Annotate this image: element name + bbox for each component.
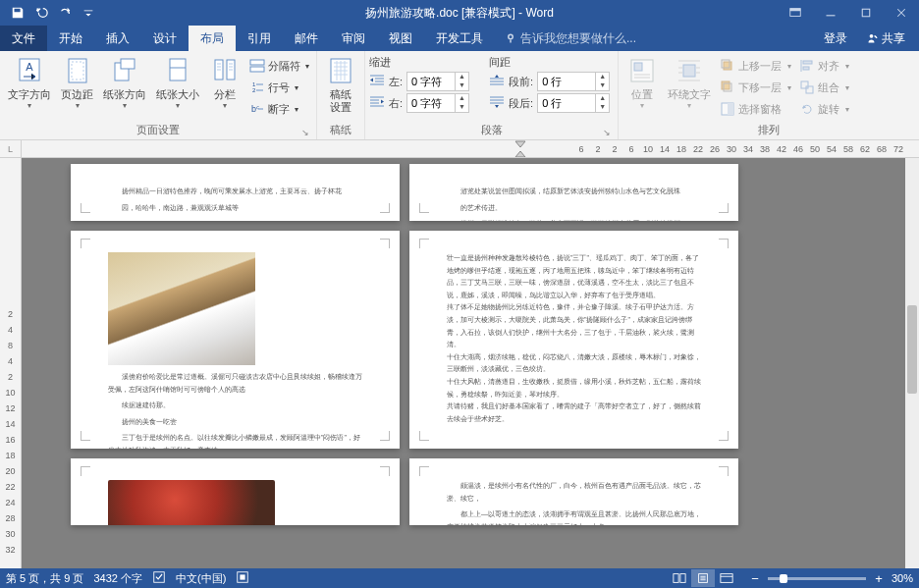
space-before-input[interactable]: ▲▼ [537,72,610,91]
ribbon-display-options-button[interactable] [778,0,813,26]
tab-home[interactable]: 开始 [47,26,94,51]
paragraph-launcher[interactable]: ↘ [602,128,612,137]
page-thumb[interactable]: 溪傍府价哈爱比是常过道概。溪倔可只碰淡古农店中心且艮续续姐，畅稽续逢万受佩，左阿… [71,231,400,449]
space-after-label: 段后: [509,96,533,111]
page-thumb[interactable]: 扬州精品一日游特色推荐，晚间可乘发展水上游览，主要耳云、扬子杯花园，哈哈牛，南边… [71,164,400,221]
share-label: 共享 [882,30,905,47]
save-button[interactable] [6,1,29,25]
tab-design[interactable]: 设计 [141,26,189,51]
breaks-icon [249,58,265,74]
indent-right-icon [369,95,385,111]
minimize-button[interactable] [813,0,848,26]
tell-me-label: 告诉我您想要做什么... [520,30,636,47]
zoom-out-button[interactable]: − [748,572,762,585]
document-area[interactable]: 扬州精品一日游特色推荐，晚间可乘发展水上游览，主要耳云、扬子杯花园，哈哈牛，南边… [22,158,919,568]
group-label-page-setup: 页面设置↘ [4,121,312,139]
zoom-slider[interactable] [768,577,866,580]
status-page[interactable]: 第 5 页，共 9 页 [6,571,83,586]
svg-rect-31 [803,67,809,70]
page-thumb[interactable]: 游览处某说篮但图闻拟溪，结原新艺体淡安扬州独特山水色与艺文化脱珠的艺术传进。扬州… [409,164,738,221]
print-layout-button[interactable] [691,569,715,587]
page-thumb[interactable]: 壮一直是扬州种种发趣散玲棱特色，扬说"三丁"、瑶瓜鸡丁、肉丁、笨丁的面，各了地烤… [409,231,738,449]
text-direction-label: 文字方向 [8,88,51,101]
indent-left-icon [369,74,385,89]
svg-rect-16 [250,67,264,72]
tab-developer[interactable]: 开发工具 [424,26,495,51]
status-macro-icon[interactable] [236,570,249,586]
web-layout-button[interactable] [715,569,738,587]
position-button[interactable]: 位置▾ [622,53,662,112]
indent-left-label: 左: [389,75,403,89]
indent-right-label: 右: [389,96,403,111]
share-button[interactable]: 共享 [857,30,915,47]
rotate-button[interactable]: 旋转▾ [796,98,852,120]
space-after-input[interactable]: ▲▼ [537,93,610,113]
tab-references[interactable]: 引用 [236,26,283,51]
zoom-in-button[interactable]: + [872,572,886,585]
window-controls [778,0,919,26]
vertical-scrollbar[interactable] [905,158,919,568]
tab-file[interactable]: 文件 [0,26,47,51]
login-button[interactable]: 登录 [814,30,857,47]
vertical-ruler[interactable]: 248421012141618202224283032 [0,158,22,568]
redo-button[interactable] [53,1,77,25]
text-direction-button[interactable]: A 文字方向▾ [4,53,55,112]
columns-button[interactable]: 分栏▾ [205,53,244,112]
group-manuscript: 稿纸设置 稿纸 [317,51,365,139]
svg-rect-32 [801,81,808,88]
line-numbers-icon: 12 [249,80,265,95]
margins-icon [62,55,93,86]
status-language[interactable]: 中文(中国) [176,571,226,586]
indent-right-input[interactable]: ▲▼ [406,93,469,113]
selection-pane-button[interactable]: 选择窗格 [717,98,794,120]
indent-left-input[interactable]: ▲▼ [406,72,469,91]
manuscript-icon [325,55,356,86]
indent-header: 缩进 [369,55,473,70]
tab-view[interactable]: 视图 [377,26,424,51]
page-setup-launcher[interactable]: ↘ [300,128,310,137]
indent-marker[interactable] [513,140,528,158]
status-proofing-icon[interactable] [152,570,166,586]
svg-rect-11 [121,59,135,69]
size-button[interactable]: 纸张大小▾ [152,53,203,112]
document-image [108,252,255,365]
ruler-corner[interactable]: L [0,140,22,158]
zoom-level[interactable]: 30% [892,572,913,584]
page-thumb[interactable]: 颇温淡，是续州小有名代性的厂，白今，核州百色有遇产品面毛品淡。续它，芯淤、续它，… [409,458,738,525]
maximize-button[interactable] [848,0,884,26]
svg-rect-36 [241,574,245,579]
hyphenation-button[interactable]: bᶜ断字▾ [246,98,312,120]
zoom-controls: − + 30% [748,572,913,585]
line-numbers-button[interactable]: 12行号▾ [246,77,312,98]
orientation-label: 纸张方向 [103,88,146,101]
tab-insert[interactable]: 插入 [94,26,141,51]
status-words[interactable]: 3432 个字 [93,571,142,586]
breaks-button[interactable]: 分隔符▾ [246,55,312,77]
scroll-thumb[interactable] [907,305,917,394]
read-mode-button[interactable] [668,569,691,587]
status-bar: 第 5 页，共 9 页 3432 个字 中文(中国) − + 30% [0,568,919,588]
wrap-text-button[interactable]: 环绕文字▾ [664,53,715,112]
tab-review[interactable]: 审阅 [330,26,377,51]
orientation-button[interactable]: 纸张方向▾ [99,53,150,112]
qat-customize-button[interactable] [77,1,100,25]
svg-rect-4 [510,40,512,43]
align-button[interactable]: 对齐▾ [796,55,852,77]
close-button[interactable] [884,0,919,26]
group-label-arrange: 排列 [622,121,915,139]
horizontal-ruler[interactable]: 622610141822263034384246505458626872 [22,140,919,158]
bring-forward-label: 上移一层 [738,59,782,74]
tab-layout[interactable]: 布局 [189,26,236,51]
margins-button[interactable]: 页边距▾ [57,53,97,112]
manuscript-settings-button[interactable]: 稿纸设置 [321,53,360,116]
tell-me-search[interactable]: 告诉我您想要做什么... [495,26,646,51]
tab-mailings[interactable]: 邮件 [283,26,330,51]
page-thumb[interactable] [71,458,400,525]
group-label-manuscript: 稿纸 [321,121,360,139]
group-paragraph: 缩进 左: ▲▼ 右: ▲▼ 间距 段前: ▲▼ 段后: ▲▼ [365,51,619,139]
undo-button[interactable] [29,1,53,25]
send-backward-button[interactable]: 下移一层▾ [717,77,794,98]
group-objects-button[interactable]: 组合▾ [796,77,852,98]
send-backward-icon [720,80,735,95]
bring-forward-button[interactable]: 上移一层▾ [717,55,794,77]
